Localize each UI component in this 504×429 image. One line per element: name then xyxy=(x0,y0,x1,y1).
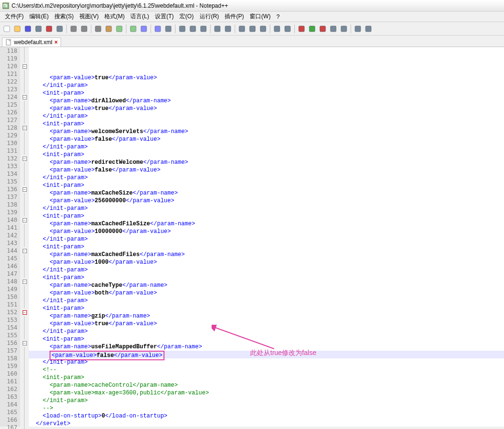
fold-marker[interactable] xyxy=(20,393,29,401)
fold-marker[interactable] xyxy=(20,239,29,247)
code-line[interactable]: <param-name>cacheControl</param-name> xyxy=(29,381,504,389)
fold-marker[interactable] xyxy=(20,193,29,201)
fold-marker[interactable] xyxy=(20,262,29,270)
fold-marker[interactable] xyxy=(20,416,29,424)
code-line[interactable]: </init-param> xyxy=(29,82,504,89)
code-line[interactable]: </init-param> xyxy=(29,112,504,120)
code-area[interactable]: 此处从true修改为false <param-value>true</param… xyxy=(29,47,504,427)
menu-plugins[interactable]: 插件(P) xyxy=(222,12,247,22)
fold-all-icon[interactable] xyxy=(248,24,257,34)
playback-icon[interactable] xyxy=(328,24,338,34)
code-line[interactable]: <init-param> xyxy=(29,305,504,312)
code-line[interactable]: --> xyxy=(29,404,504,412)
fold-marker[interactable]: − xyxy=(20,216,29,224)
menu-run[interactable]: 运行(R) xyxy=(197,12,222,22)
menu-search[interactable]: 搜索(S) xyxy=(51,12,76,22)
fold-marker[interactable] xyxy=(20,331,29,339)
code-line[interactable]: <!-- xyxy=(29,366,504,374)
fold-marker[interactable] xyxy=(20,170,29,178)
code-line[interactable]: <init-param> xyxy=(29,243,504,251)
zoom-in-icon[interactable] xyxy=(164,24,173,34)
fold-marker[interactable] xyxy=(20,270,29,278)
editor[interactable]: 1181191201211221231241251261271281291301… xyxy=(0,47,504,427)
menu-view[interactable]: 视图(V) xyxy=(76,12,101,22)
fold-marker[interactable] xyxy=(20,139,29,147)
fold-marker[interactable] xyxy=(20,86,29,93)
code-line[interactable]: <param-value>true</param-value> xyxy=(29,74,504,82)
code-line[interactable]: </init-param> xyxy=(29,143,504,151)
code-line[interactable]: </init-param> xyxy=(29,205,504,212)
fold-marker[interactable]: − xyxy=(20,62,29,70)
fold-gutter[interactable]: −−−−−−−−−− xyxy=(20,47,29,427)
code-line[interactable]: <init-param> xyxy=(29,182,504,189)
fold-marker[interactable] xyxy=(20,55,29,62)
menu-format[interactable]: 格式(M) xyxy=(101,12,127,22)
menu-window[interactable]: 窗口(W) xyxy=(247,12,273,22)
fold-marker[interactable] xyxy=(20,162,29,170)
play-icon[interactable] xyxy=(307,24,317,34)
fold-marker[interactable] xyxy=(20,378,29,385)
code-line[interactable]: </init-param> xyxy=(29,397,504,404)
code-line[interactable]: <param-name>maxCachedFiles</param-name> xyxy=(29,251,504,258)
fold-marker[interactable] xyxy=(20,147,29,155)
code-line[interactable]: <load-on-startup>0</load-on-startup> xyxy=(29,412,504,420)
undo-icon[interactable] xyxy=(114,24,124,34)
fold-marker[interactable]: − xyxy=(20,93,29,101)
fold-marker[interactable]: − xyxy=(20,124,29,132)
code-line[interactable]: <param-value>both</param-value> xyxy=(29,289,504,297)
stop-icon[interactable] xyxy=(318,24,328,34)
replace-icon[interactable] xyxy=(153,24,163,34)
fold-marker[interactable] xyxy=(20,255,29,262)
fold-marker[interactable] xyxy=(20,408,29,416)
fold-marker[interactable] xyxy=(20,370,29,378)
fold-marker[interactable] xyxy=(20,285,29,293)
code-line[interactable]: <param-value>false</param-value> xyxy=(29,135,504,143)
menu-help[interactable]: ? xyxy=(274,12,283,21)
run-icon[interactable] xyxy=(339,24,349,34)
code-line[interactable]: <init-param> xyxy=(29,274,504,282)
menu-language[interactable]: 语言(L) xyxy=(127,12,152,22)
menu-settings[interactable]: 设置(T) xyxy=(152,12,176,22)
code-line[interactable]: <param-name>redirectWelcome</param-name> xyxy=(29,159,504,166)
fold-marker[interactable] xyxy=(20,316,29,324)
fold-marker[interactable] xyxy=(20,355,29,362)
paste-icon[interactable] xyxy=(104,24,113,34)
show-func-icon[interactable] xyxy=(353,24,363,34)
code-line[interactable]: <param-name>gzip</param-name> xyxy=(29,312,504,320)
fold-marker[interactable] xyxy=(20,347,29,355)
fold-marker[interactable] xyxy=(20,324,29,331)
fold-marker[interactable]: − xyxy=(20,308,29,316)
indent-guide-icon[interactable] xyxy=(223,24,233,34)
fold-marker[interactable] xyxy=(20,178,29,185)
unfold-all-icon[interactable] xyxy=(258,24,268,34)
code-line[interactable]: <param-name>cacheType</param-name> xyxy=(29,282,504,289)
close-all-icon[interactable] xyxy=(55,24,64,34)
menu-macro[interactable]: 宏(O) xyxy=(176,12,196,22)
code-line[interactable]: <init-param> xyxy=(29,89,504,97)
uncomment-icon[interactable] xyxy=(283,24,292,34)
fold-marker[interactable] xyxy=(20,224,29,232)
fold-marker[interactable] xyxy=(20,78,29,86)
copy-icon[interactable] xyxy=(93,24,103,34)
sync-icon[interactable] xyxy=(188,24,198,34)
fold-marker[interactable] xyxy=(20,232,29,239)
fold-marker[interactable]: − xyxy=(20,339,29,347)
fold-marker[interactable] xyxy=(20,401,29,408)
fold-marker[interactable] xyxy=(20,47,29,55)
code-line[interactable]: </init-param> xyxy=(29,235,504,243)
wordwrap-icon[interactable] xyxy=(199,24,208,34)
menu-file[interactable]: 文件(F) xyxy=(2,12,26,22)
lang-icon[interactable] xyxy=(237,24,247,34)
find-icon[interactable] xyxy=(139,24,149,34)
code-line[interactable]: </init-param> xyxy=(29,174,504,182)
code-line[interactable]: <param-name>maxCachedFileSize</param-nam… xyxy=(29,220,504,228)
fold-marker[interactable] xyxy=(20,201,29,208)
save-icon[interactable] xyxy=(23,24,33,34)
code-line[interactable]: <param-value>10000000</param-value> xyxy=(29,228,504,235)
code-line[interactable]: <param-name>welcomeServlets</param-name> xyxy=(29,128,504,135)
fold-marker[interactable]: − xyxy=(20,247,29,255)
fold-marker[interactable] xyxy=(20,301,29,308)
fold-marker[interactable] xyxy=(20,132,29,139)
fold-marker[interactable] xyxy=(20,116,29,124)
code-line[interactable]: <init-param> xyxy=(29,151,504,159)
